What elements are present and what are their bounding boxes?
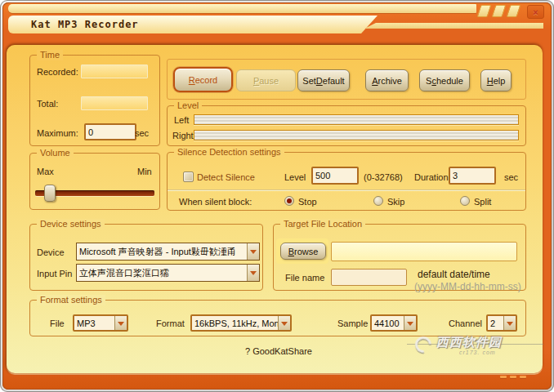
chevron-down-icon <box>507 322 513 329</box>
set-default-button[interactable]: Set Default <box>297 69 350 91</box>
target-file-location-group: Target File Location Browse File name de… <box>273 224 526 291</box>
pause-button[interactable]: Pause <box>236 69 296 91</box>
silence-group-label: Silence Detection settings <box>174 147 284 158</box>
titlebar-slant-decoration <box>492 5 507 17</box>
input-pin-label: Input Pin <box>37 269 72 278</box>
grip-dash <box>510 376 516 378</box>
title-bar[interactable]: Kat MP3 Recorder × <box>0 0 554 44</box>
file-type-label: File <box>50 318 65 328</box>
record-button[interactable]: Record <box>173 67 233 92</box>
detect-silence-checkbox[interactable] <box>183 172 194 182</box>
sample-dropdown-arrow[interactable] <box>404 316 416 330</box>
silence-group-divider <box>168 189 525 191</box>
chevron-down-icon <box>281 322 288 329</box>
time-group-label: Time <box>37 50 63 60</box>
silence-duration-unit-label: sec <box>504 172 518 182</box>
titlebar-strip-tail <box>364 23 543 29</box>
grip-dash <box>520 376 526 378</box>
silence-duration-input[interactable] <box>449 167 496 185</box>
channel-label: Channel <box>449 318 482 328</box>
format-settings-group: Format settings File MP3 Format 16kBPS, … <box>29 300 526 336</box>
radio-stop-label[interactable]: Stop <box>298 197 317 207</box>
total-time-field <box>81 96 148 110</box>
chevron-down-icon <box>407 322 413 329</box>
device-settings-group: Device settings Device Microsoft 声音映射器 -… <box>29 224 263 291</box>
target-path-input[interactable] <box>331 242 517 261</box>
radio-skip[interactable] <box>373 196 383 206</box>
close-icon: × <box>533 7 538 17</box>
level-group: Level Left Right <box>167 105 526 146</box>
file-type-dropdown[interactable]: MP3 <box>73 314 128 332</box>
sample-dropdown[interactable]: 44100 <box>370 314 418 332</box>
format-dropdown-arrow[interactable] <box>278 316 290 330</box>
maximum-seconds-input[interactable] <box>84 123 136 140</box>
radio-split[interactable] <box>460 196 470 206</box>
chevron-down-icon <box>250 250 257 257</box>
goodkatshare-link[interactable]: ? GoodKatShare <box>245 346 312 356</box>
channel-dropdown[interactable]: 2 <box>486 314 517 332</box>
titlebar-strip-main: Kat MP3 Recorder <box>8 16 378 33</box>
radio-split-label[interactable]: Split <box>474 197 491 207</box>
browse-button[interactable]: Browse <box>280 243 326 260</box>
when-silent-block-label: When silent block: <box>179 197 252 207</box>
volume-min-label: Min <box>137 167 152 176</box>
format-group-label: Format settings <box>37 295 105 305</box>
format-value: 16kBPS, 11kHz, Mono <box>192 316 278 330</box>
maximum-unit-label: sec <box>135 128 149 138</box>
help-button[interactable]: Help <box>480 69 512 91</box>
watermark-subtext: cr173. com <box>459 350 496 355</box>
level-group-label: Level <box>174 100 202 111</box>
window-title: Kat MP3 Recorder <box>31 19 139 30</box>
transport-buttons-box: Record Pause Set Default Archive Schedul… <box>167 59 526 100</box>
input-pin-dropdown-value: 立体声混音口桨洭口獳 <box>77 265 247 281</box>
titlebar-strip-top <box>8 4 476 13</box>
input-pin-dropdown-arrow[interactable] <box>247 265 259 281</box>
target-group-label: Target File Location <box>280 219 365 229</box>
chevron-down-icon <box>118 322 124 329</box>
sample-label: Sample <box>337 318 368 328</box>
volume-max-label: Max <box>37 167 54 176</box>
schedule-button[interactable]: Schedule <box>419 69 470 91</box>
radio-stop[interactable] <box>284 196 294 206</box>
watermark-text: 西西软件园 <box>436 335 502 350</box>
format-label: Format <box>156 318 185 328</box>
level-right-meter <box>194 130 519 140</box>
resize-grip[interactable] <box>500 374 536 381</box>
recorded-label: Recorded: <box>37 67 78 77</box>
datetime-pattern-hint: (yyyy-MM-dd-hh-mm-ss) <box>414 281 521 292</box>
file-name-input[interactable] <box>331 269 407 286</box>
channel-value: 2 <box>488 316 503 330</box>
device-dropdown[interactable]: Microsoft 声音映射器 - Input敤毌歓湩甬 <box>76 243 260 261</box>
file-name-label: File name <box>285 273 324 283</box>
radio-skip-label[interactable]: Skip <box>387 197 404 207</box>
input-pin-dropdown[interactable]: 立体声混音口桨洭口獳 <box>76 264 260 282</box>
silence-level-label: Level <box>284 172 306 182</box>
level-left-meter <box>194 114 519 125</box>
recorded-time-field <box>81 65 148 78</box>
file-type-value: MP3 <box>74 316 114 330</box>
time-group: Time Recorded: Total: Maximum: sec <box>29 55 160 146</box>
silence-level-input[interactable] <box>311 167 359 185</box>
detect-silence-label[interactable]: Detect Silence <box>197 172 255 182</box>
level-left-label: Left <box>174 115 189 125</box>
device-dropdown-arrow[interactable] <box>247 243 259 260</box>
total-label: Total: <box>37 99 58 109</box>
channel-dropdown-arrow[interactable] <box>503 316 516 330</box>
radio-selected-dot <box>287 198 292 203</box>
device-dropdown-value: Microsoft 声音映射器 - Input敤毌歓湩甬 <box>77 243 247 260</box>
sample-value: 44100 <box>372 316 404 330</box>
chevron-down-icon <box>250 271 257 278</box>
file-type-dropdown-arrow[interactable] <box>114 316 127 330</box>
close-button[interactable]: × <box>527 5 544 19</box>
device-label: Device <box>37 247 65 257</box>
grip-dash <box>500 376 507 378</box>
titlebar-slant-decoration <box>507 5 521 17</box>
app-window: Kat MP3 Recorder × Time Recorded: Total:… <box>0 0 554 392</box>
volume-group-label: Volume <box>37 148 74 158</box>
titlebar-slant-decoration <box>477 5 492 17</box>
format-dropdown[interactable]: 16kBPS, 11kHz, Mono <box>190 314 292 332</box>
silence-duration-label: Duration <box>414 172 449 182</box>
archive-button[interactable]: Archive <box>365 69 409 91</box>
volume-group: Volume Max Min <box>29 153 160 210</box>
volume-slider-thumb[interactable] <box>44 185 56 202</box>
